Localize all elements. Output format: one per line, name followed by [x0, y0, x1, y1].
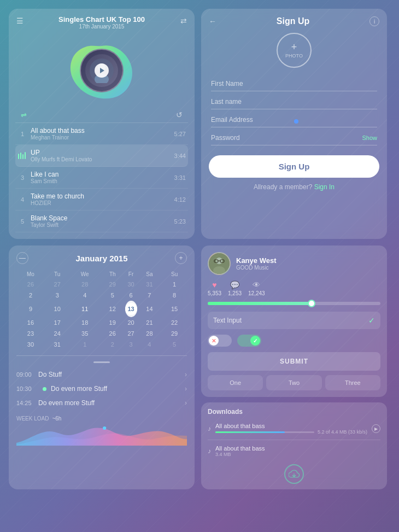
- cal-day[interactable]: 1: [162, 279, 187, 290]
- calendar-prev-button[interactable]: —: [16, 252, 28, 264]
- cal-day[interactable]: 8: [162, 290, 187, 301]
- cal-day[interactable]: 14: [137, 301, 162, 317]
- email-field[interactable]: Email Address: [211, 112, 377, 127]
- cal-day[interactable]: 30: [125, 279, 137, 290]
- event-item[interactable]: 10:30 Do even more Stuff ›: [16, 382, 187, 396]
- music-icon: ♪: [208, 447, 211, 455]
- music-icon: ♪: [208, 425, 211, 432]
- submit-button[interactable]: SUBMIT: [208, 352, 380, 371]
- back-icon[interactable]: ←: [209, 17, 216, 26]
- track-item[interactable]: 4 Take me to church HOZIER 4:12: [15, 189, 188, 211]
- text-input-row: ✓: [208, 312, 380, 329]
- cal-day[interactable]: 5: [100, 290, 125, 301]
- cal-day[interactable]: 28: [70, 279, 100, 290]
- repeat-icon[interactable]: ⇄: [180, 16, 187, 25]
- shuffle-icon[interactable]: ⇌: [21, 111, 27, 119]
- scroll-indicator: [93, 361, 110, 363]
- tab-one[interactable]: One: [208, 375, 263, 390]
- cal-day[interactable]: 27: [125, 328, 137, 339]
- downloads-widget: Downloads ♪ All about that bass 5.2 of 4…: [201, 402, 387, 489]
- lastname-field[interactable]: Last name: [211, 93, 377, 109]
- show-password-button[interactable]: Show: [362, 135, 377, 141]
- tab-three[interactable]: Three: [325, 375, 380, 390]
- track-item[interactable]: 1 All about that bass Meghan Trainor 5:2…: [15, 123, 188, 145]
- info-icon[interactable]: i: [369, 16, 379, 26]
- cal-day[interactable]: 12: [100, 301, 125, 317]
- play-button[interactable]: [95, 63, 109, 78]
- cal-day[interactable]: 1: [70, 339, 100, 350]
- signin-link[interactable]: Sign In: [314, 183, 335, 191]
- toggle-row: ✕ ✓: [208, 335, 380, 347]
- volume-slider[interactable]: [208, 302, 380, 305]
- dl-play-button[interactable]: ▶: [372, 424, 380, 433]
- cal-day[interactable]: 21: [137, 317, 162, 328]
- cal-day[interactable]: 31: [137, 279, 162, 290]
- event-item[interactable]: 14:25 Do even more Stuff ›: [16, 396, 187, 410]
- cal-day[interactable]: 2: [100, 339, 125, 350]
- cal-day-today[interactable]: 13: [125, 301, 137, 317]
- cal-day[interactable]: 3: [45, 290, 70, 301]
- hearts-stat: ♥ 5,353: [208, 280, 221, 296]
- cal-day[interactable]: 31: [45, 339, 70, 350]
- cal-day[interactable]: 18: [70, 317, 100, 328]
- eye-icon: 👁: [253, 280, 260, 289]
- event-item[interactable]: 09:00 Do Stuff ›: [16, 367, 187, 382]
- cal-day[interactable]: 4: [70, 290, 100, 301]
- views-count: 12,243: [248, 290, 265, 296]
- cal-day[interactable]: 22: [162, 317, 187, 328]
- cal-day[interactable]: 29: [162, 328, 187, 339]
- cal-day[interactable]: 9: [16, 301, 45, 317]
- menu-icon[interactable]: ☰: [16, 16, 24, 25]
- toggle-off[interactable]: ✕: [208, 335, 232, 347]
- cal-day[interactable]: 26: [100, 328, 125, 339]
- weekday-su: Su: [162, 270, 187, 279]
- cal-day[interactable]: 17: [45, 317, 70, 328]
- cal-day[interactable]: 28: [137, 328, 162, 339]
- cal-day[interactable]: 11: [70, 301, 100, 317]
- calendar-next-button[interactable]: +: [175, 252, 187, 264]
- cal-day[interactable]: 24: [45, 328, 70, 339]
- hearts-count: 5,353: [208, 290, 221, 296]
- text-input[interactable]: [213, 317, 364, 324]
- user-name: Kanye West: [236, 256, 276, 265]
- cal-day[interactable]: 27: [45, 279, 70, 290]
- cal-day[interactable]: 20: [125, 317, 137, 328]
- cal-day[interactable]: 30: [16, 339, 45, 350]
- cal-day[interactable]: 10: [45, 301, 70, 317]
- svg-rect-4: [20, 153, 21, 159]
- tab-two[interactable]: Two: [266, 375, 321, 390]
- signup-button[interactable]: Sign Up: [209, 155, 379, 178]
- track-item[interactable]: 3 Like I can Sam Smith 3:31: [15, 167, 188, 189]
- week-load-section: WEEK LOAD ~6h: [16, 416, 187, 446]
- password-field[interactable]: Password Show: [211, 130, 377, 145]
- volume-thumb[interactable]: [308, 300, 315, 307]
- event-list: 09:00 Do Stuff › 10:30 Do even more Stuf…: [16, 367, 187, 410]
- photo-upload-button[interactable]: + PHOTO: [277, 33, 312, 68]
- event-arrow-icon: ›: [185, 399, 187, 407]
- cal-day[interactable]: 19: [100, 317, 125, 328]
- track-number: 3: [17, 174, 27, 181]
- cal-day[interactable]: 3: [125, 339, 137, 350]
- cal-day[interactable]: 15: [162, 301, 187, 317]
- cal-day[interactable]: 26: [16, 279, 45, 290]
- cal-day[interactable]: 23: [16, 328, 45, 339]
- signup-card: ← Sign Up i + PHOTO First Name Last name…: [201, 9, 387, 239]
- cal-day[interactable]: 6: [125, 290, 137, 301]
- track-item-active[interactable]: UP Olly Murfs ft Demi Lovato 3:44: [15, 145, 188, 167]
- loop-icon[interactable]: ↺: [176, 110, 183, 119]
- track-name: Blank Space: [31, 214, 170, 222]
- cal-day[interactable]: 29: [100, 279, 125, 290]
- firstname-field[interactable]: First Name: [211, 75, 377, 91]
- dl-progress-fill: [215, 431, 285, 433]
- cal-day[interactable]: 2: [16, 290, 45, 301]
- cal-day[interactable]: 16: [16, 317, 45, 328]
- track-item[interactable]: 5 Blank Space Taylor Swift 5:23: [15, 211, 188, 232]
- toggle-on[interactable]: ✓: [237, 335, 261, 347]
- cal-day[interactable]: 4: [137, 339, 162, 350]
- cal-day[interactable]: 7: [137, 290, 162, 301]
- cal-day[interactable]: 5: [162, 339, 187, 350]
- cloud-sync-button[interactable]: [284, 464, 304, 484]
- cal-day[interactable]: 35: [70, 328, 100, 339]
- track-artist: Meghan Trainor: [31, 135, 170, 141]
- event-name: Do Stuff: [38, 371, 185, 378]
